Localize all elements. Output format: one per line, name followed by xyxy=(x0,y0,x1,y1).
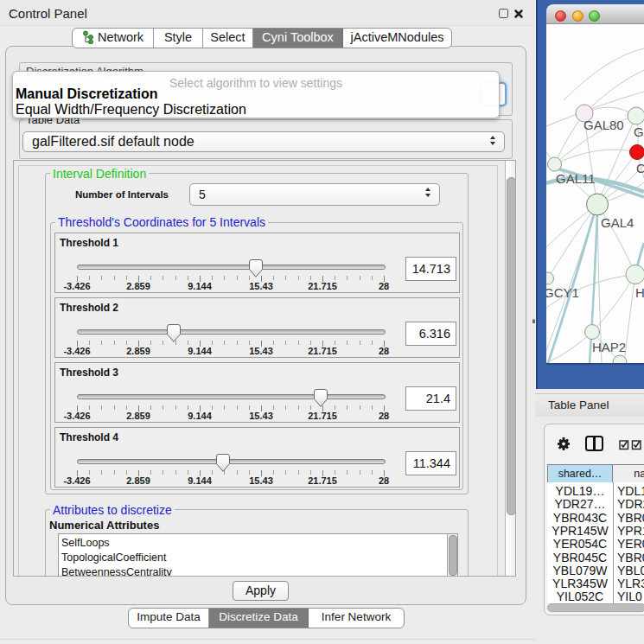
svg-text:C: C xyxy=(636,161,644,175)
svg-text:HAP2: HAP2 xyxy=(592,340,626,354)
svg-text:GA: GA xyxy=(634,124,644,139)
svg-text:GAL80: GAL80 xyxy=(583,118,624,132)
svg-text:GCY1: GCY1 xyxy=(546,285,579,300)
svg-text:H: H xyxy=(635,285,644,300)
svg-text:GAL11: GAL11 xyxy=(556,171,596,186)
svg-text:GAL4: GAL4 xyxy=(601,215,634,230)
